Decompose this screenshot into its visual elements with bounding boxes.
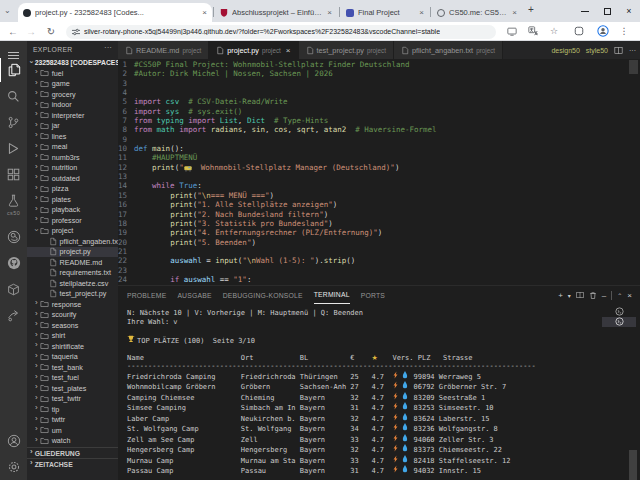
style50-action[interactable]: style50 [586,47,608,54]
tree-file-requirements.txt[interactable]: requirements.txt [27,268,118,279]
code-line-14[interactable]: 14 while True: [118,181,628,190]
browser-menu-kebab-icon[interactable]: ⋮ [617,24,631,38]
extensions-view-icon[interactable] [0,162,27,186]
cs50-duck-debugger-icon[interactable] [0,225,27,249]
code-line-3[interactable]: 3 [118,79,628,88]
bookmark-star-icon[interactable]: ☆ [547,24,561,38]
tree-folder-game[interactable]: ›game [27,79,118,90]
code-line-1[interactable]: 1#CS50P Final Project: Wohnmobil-Stellpl… [118,60,628,69]
tree-folder-interpreter[interactable]: ›interpreter [27,110,118,121]
minimize-panel-icon[interactable]: – [602,291,606,300]
timeline-section[interactable]: › ZEITACHSE [27,458,118,469]
split-terminal-icon[interactable] [576,291,584,299]
search-icon[interactable] [0,84,27,108]
code-line-2[interactable]: 2#Autor: Dirk Michel | Nossen, Sachsen |… [118,69,628,78]
code-line-13[interactable]: 13 [118,172,628,181]
tree-file-README.md[interactable]: README.md [27,257,118,268]
code-line-9[interactable]: 9 [118,135,628,144]
tree-folder-tip[interactable]: ›tip [27,404,118,415]
open-in-app-icon[interactable] [505,24,519,38]
code-line-15[interactable]: 15 print("\n=== MENÜ ===") [118,191,628,200]
design50-action[interactable]: design50 [551,47,579,54]
close-panel-icon[interactable]: × [627,291,632,300]
browser-tab-2[interactable]: Abschlussprojekt – Einführung × [215,3,337,22]
tree-folder-professor[interactable]: ›professor [27,215,118,226]
close-tab-icon[interactable]: × [512,8,517,17]
code-line-24[interactable]: 24 if auswahl == "1": [118,275,628,284]
extension-icon[interactable] [572,24,586,38]
editor-tab-testproject[interactable]: test_project.py project [299,41,394,59]
new-terminal-icon[interactable]: + [558,291,563,300]
github-icon[interactable] [0,251,27,275]
codespaces-box-icon[interactable] [0,277,27,301]
workspace-root-row[interactable]: › 232582483 [CODESPACES: ... [27,57,118,68]
close-tab-icon[interactable]: × [327,8,332,17]
maximize-panel-icon[interactable]: ⌃ [617,292,622,299]
back-icon[interactable]: ← [6,24,20,38]
reload-icon[interactable]: ↻ [44,24,58,38]
tree-folder-playback[interactable]: ›playback [27,205,118,216]
code-line-16[interactable]: 16 print("1. Alle Stellplätze anzeigen") [118,200,628,209]
split-editor-icon[interactable] [614,46,623,55]
code-line-20[interactable]: 20 print("5. Beenden") [118,238,628,247]
tree-folder-twttr[interactable]: ›twttr [27,415,118,426]
browser-tab-active[interactable]: project.py - 232582483 [Codes... × [18,3,212,22]
tree-folder-fuel[interactable]: ›fuel [27,68,118,79]
source-control-icon[interactable] [0,110,27,134]
tree-folder-test_twttr[interactable]: ›test_twttr [27,394,118,405]
panel-tab-ausgabe[interactable]: AUSGABE [177,286,211,304]
tree-folder-test_bank[interactable]: ›test_bank [27,362,118,373]
browser-tab-3[interactable]: Final Project × [341,3,429,22]
tree-folder-project[interactable]: ›project [27,226,118,237]
tree-folder-um[interactable]: ›um [27,425,118,436]
profile-avatar[interactable] [596,24,610,38]
run-debug-icon[interactable] [0,136,27,160]
code-editor[interactable]: 1#CS50P Final Project: Wohnmobil-Stellpl… [118,60,628,286]
tree-folder-plates[interactable]: ›plates [27,194,118,205]
tree-folder-test_fuel[interactable]: ›test_fuel [27,373,118,384]
code-line-10[interactable]: 10def main(): [118,144,628,153]
tree-file-project.py[interactable]: project.py [27,247,118,258]
tree-folder-test_plates[interactable]: ›test_plates [27,383,118,394]
site-settings-icon[interactable] [72,28,80,36]
terminal-profile-chevron-icon[interactable]: ▾ [568,292,571,299]
tree-folder-seasons[interactable]: ›seasons [27,320,118,331]
code-line-7[interactable]: 7from typing import List, Dict # Type-Hi… [118,116,628,125]
code-line-21[interactable]: 21 [118,247,628,256]
close-tab-icon[interactable]: × [286,46,291,55]
terminal-scrollbar-thumb[interactable] [629,450,637,480]
tree-folder-shirt[interactable]: ›shirt [27,331,118,342]
kill-terminal-trash-icon[interactable] [589,291,597,300]
outline-section[interactable]: › GLIEDERUNG [27,447,118,458]
tree-folder-response[interactable]: ›response [27,299,118,310]
code-line-5[interactable]: 5import csv # CSV-Datei-Read/Write [118,97,628,106]
editor-tab-pflicht[interactable]: pflicht_angaben.txt project [394,41,503,59]
code-line-22[interactable]: 22 auswahl = input("\nWahl (1-5): ").str… [118,256,628,265]
tree-file-stellplaetze.csv[interactable]: stellplaetze.csv [27,278,118,289]
account-icon[interactable] [0,429,27,453]
close-tab-icon[interactable]: × [202,8,207,17]
window-close-button[interactable]: × [618,0,640,22]
forward-icon[interactable]: → [24,24,38,38]
tree-folder-lines[interactable]: ›lines [27,131,118,142]
panel-tab-debug-konsole[interactable]: DEBUGGING-KONSOLE [223,286,303,304]
tree-folder-pizza[interactable]: ›pizza [27,184,118,195]
tree-folder-nutrition[interactable]: ›nutrition [27,163,118,174]
browser-tab-4[interactable]: CS50.me: CS50 Python × [432,3,522,22]
code-line-6[interactable]: 6import sys # sys.exit() [118,107,628,116]
url-input[interactable]: silver-rotary-phone-x5qj54499nj3p446.git… [66,25,496,39]
tree-folder-scourify[interactable]: ›scourify [27,310,118,321]
tree-folder-shirtificate[interactable]: ›shirtificate [27,341,118,352]
testing-beaker-icon[interactable] [0,188,27,212]
window-minimize-button[interactable] [574,0,596,22]
code-line-17[interactable]: 17 print("2. Nach Bundesland filtern") [118,210,628,219]
code-line-23[interactable]: 23 [118,266,628,275]
tree-folder-watch[interactable]: ›watch [27,436,118,447]
tree-folder-grocery[interactable]: ›grocery [27,89,118,100]
tree-folder-outdated[interactable]: ›outdated [27,173,118,184]
code-line-12[interactable]: 12 print(" Wohnmobil-Stellplatz Manager … [118,163,628,172]
terminal-session-1[interactable] [602,306,636,317]
tree-folder-numb3rs[interactable]: ›numb3rs [27,152,118,163]
panel-tab-probleme[interactable]: PROBLEME [127,286,166,304]
panel-tab-ports[interactable]: PORTS [361,286,385,304]
